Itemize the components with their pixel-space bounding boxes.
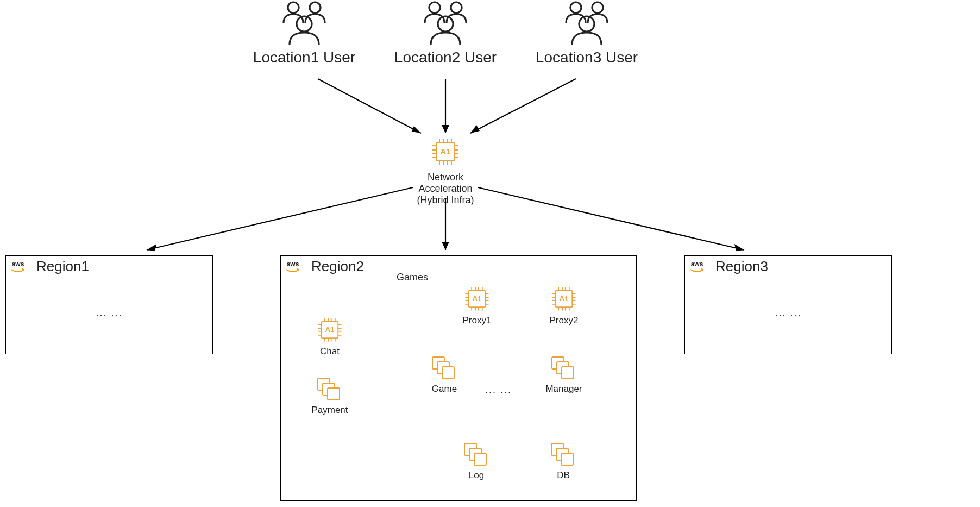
aws-badge-icon: aws xyxy=(684,255,709,278)
containers-stack-icon xyxy=(537,354,591,384)
svg-text:A1: A1 xyxy=(472,295,482,303)
arrow-user1-to-accel xyxy=(318,79,421,133)
proxy2-label: Proxy2 xyxy=(537,315,591,326)
games-title: Games xyxy=(397,272,428,283)
svg-rect-106 xyxy=(562,367,574,379)
region3-content: ... ... xyxy=(685,308,891,319)
chat-node: A1 Chat xyxy=(303,316,357,357)
svg-marker-10 xyxy=(412,126,421,133)
chat-label: Chat xyxy=(303,346,357,357)
arrow-accel-to-region3 xyxy=(478,187,744,251)
arrow-user2-to-accel xyxy=(442,79,449,133)
region1-content: ... ... xyxy=(6,308,212,319)
aws-badge-icon: aws xyxy=(5,255,30,278)
manager-label: Manager xyxy=(537,384,591,395)
proxy1-node: A1 Proxy1 xyxy=(450,285,504,326)
aws-badge-icon: aws xyxy=(280,255,305,278)
svg-line-15 xyxy=(147,187,413,250)
svg-marker-12 xyxy=(442,125,449,133)
a1-chip-icon: A1 xyxy=(303,316,357,346)
db-label: DB xyxy=(536,470,590,481)
payment-label: Payment xyxy=(303,405,357,416)
proxy2-node: A1 Proxy2 xyxy=(537,285,591,326)
region2-box: aws Region2 A1 Chat xyxy=(280,255,637,501)
game-node: Game xyxy=(417,354,472,395)
payment-node: Payment xyxy=(303,375,357,416)
network-accelerator: A1 Network Acceleration (Hybrid Infra) xyxy=(402,136,489,206)
game-label: Game xyxy=(417,384,472,395)
svg-line-13 xyxy=(470,79,576,133)
svg-text:aws: aws xyxy=(691,260,703,268)
region1-box: aws Region1 ... ... xyxy=(5,255,213,354)
containers-stack-icon xyxy=(449,441,504,470)
accel-label-line1: Network Acceleration xyxy=(402,172,489,195)
svg-text:A1: A1 xyxy=(559,295,569,303)
log-label: Log xyxy=(449,470,504,481)
manager-node: Manager xyxy=(537,354,591,395)
region3-title: Region3 xyxy=(715,258,768,275)
svg-text:aws: aws xyxy=(287,260,299,268)
containers-stack-icon xyxy=(303,375,357,405)
svg-rect-64 xyxy=(328,388,340,400)
region2-title: Region2 xyxy=(311,258,364,275)
region1-title: Region1 xyxy=(36,258,89,275)
accel-label-line2: (Hybrid Infra) xyxy=(402,195,489,206)
proxy1-label: Proxy1 xyxy=(450,315,504,326)
svg-line-9 xyxy=(318,79,421,133)
games-ellipsis: ... ... xyxy=(485,384,512,396)
region3-box: aws Region3 ... ... xyxy=(684,255,892,354)
log-node: Log xyxy=(449,441,504,481)
arrow-accel-to-region1 xyxy=(147,187,413,251)
a1-chip-icon: A1 xyxy=(537,285,591,315)
svg-text:A1: A1 xyxy=(325,326,335,334)
svg-rect-103 xyxy=(442,367,454,379)
games-group-box: Games A1 Proxy1 xyxy=(390,267,623,425)
svg-marker-18 xyxy=(442,242,449,250)
a1-chip-icon: A1 xyxy=(402,136,489,170)
svg-marker-16 xyxy=(147,244,156,251)
svg-rect-112 xyxy=(561,453,573,465)
svg-rect-109 xyxy=(474,453,486,465)
arrow-user3-to-accel xyxy=(470,79,576,133)
svg-text:aws: aws xyxy=(12,260,24,268)
a1-chip-icon: A1 xyxy=(450,285,504,315)
db-node: DB xyxy=(536,441,590,481)
containers-stack-icon xyxy=(417,354,472,384)
svg-line-19 xyxy=(478,187,744,250)
diagram-canvas: Location1 User Location2 User xyxy=(0,0,980,507)
arrow-accel-to-region2 xyxy=(442,198,449,250)
svg-marker-20 xyxy=(734,244,744,251)
containers-stack-icon xyxy=(536,441,590,470)
svg-marker-14 xyxy=(470,125,480,133)
chip-text: A1 xyxy=(440,147,450,156)
